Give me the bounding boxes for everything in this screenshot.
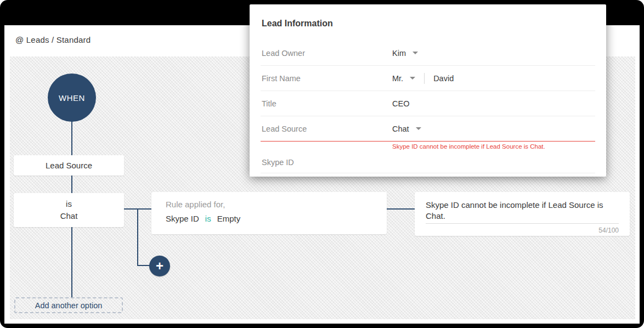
- title-label: Title: [261, 99, 392, 108]
- char-counter: 54/100: [426, 227, 619, 234]
- breadcrumb[interactable]: @ Leads / Standard: [15, 35, 91, 44]
- connector-line: [137, 208, 138, 265]
- condition-value-node[interactable]: is Chat: [14, 193, 124, 227]
- rule-header: Rule applied for,: [166, 200, 387, 209]
- connector-line: [137, 265, 150, 266]
- field-row-lead-source: Lead Source Chat: [261, 116, 595, 142]
- field-divider: [424, 73, 425, 84]
- app-frame: @ Leads / Standard WHEN Lead Source is C…: [0, 0, 644, 328]
- field-row-title: Title CEO: [261, 91, 595, 116]
- add-another-option-button[interactable]: Add another option: [14, 297, 123, 313]
- chevron-down-icon: [416, 127, 421, 130]
- chevron-down-icon: [410, 77, 415, 80]
- salutation-value: Mr.: [392, 74, 403, 83]
- condition-operator: is: [66, 198, 72, 210]
- first-name-value: David: [433, 74, 454, 83]
- lead-owner-select[interactable]: Kim: [392, 49, 418, 58]
- modal-fields: Lead Owner Kim First Name Mr. David Tit: [250, 41, 606, 173]
- title-value: CEO: [392, 99, 409, 108]
- connector-line: [387, 208, 415, 210]
- condition-value: Chat: [60, 210, 78, 222]
- lead-owner-value: Kim: [392, 49, 406, 58]
- alert-message-node[interactable]: Skype ID cannot be incomplete if Lead So…: [415, 192, 630, 236]
- field-row-lead-owner: Lead Owner Kim: [261, 41, 595, 66]
- lead-source-value: Chat: [392, 125, 409, 133]
- lead-source-select[interactable]: Chat: [392, 125, 421, 133]
- condition-field-label: Lead Source: [46, 161, 92, 170]
- lead-source-error-text: Skype ID cannot be incomplete if Lead So…: [261, 142, 595, 151]
- lead-owner-label: Lead Owner: [261, 49, 392, 58]
- plus-icon: +: [156, 259, 163, 273]
- connector-line: [71, 176, 72, 193]
- rule-field: Skype ID: [166, 214, 199, 223]
- rule-applied-node[interactable]: Rule applied for, Skype IDisEmpty: [151, 192, 387, 234]
- lead-information-modal: Lead Information Lead Owner Kim First Na…: [250, 4, 606, 177]
- connector-line: [71, 121, 72, 155]
- first-name-label: First Name: [261, 74, 392, 83]
- connector-line: [71, 227, 72, 297]
- first-name-input[interactable]: David: [433, 74, 454, 83]
- rule-value: Empty: [217, 214, 241, 223]
- title-input[interactable]: CEO: [392, 99, 409, 108]
- alert-message-input[interactable]: Skype ID cannot be incomplete if Lead So…: [426, 200, 619, 224]
- field-row-first-name: First Name Mr. David: [261, 66, 595, 91]
- skype-id-label: Skype ID: [261, 158, 392, 167]
- field-row-skype-id: Skype ID: [261, 151, 595, 173]
- chevron-down-icon: [413, 52, 418, 54]
- salutation-select[interactable]: Mr.: [392, 74, 415, 83]
- rule-operator: is: [205, 214, 211, 223]
- when-label: WHEN: [59, 93, 85, 103]
- modal-title: Lead Information: [262, 19, 606, 29]
- add-condition-button[interactable]: +: [149, 256, 170, 276]
- lead-source-label: Lead Source: [261, 125, 392, 133]
- rule-condition: Skype IDisEmpty: [166, 214, 387, 223]
- condition-field-node[interactable]: Lead Source: [14, 155, 124, 176]
- when-node[interactable]: WHEN: [48, 73, 96, 122]
- add-another-option-label: Add another option: [35, 301, 103, 310]
